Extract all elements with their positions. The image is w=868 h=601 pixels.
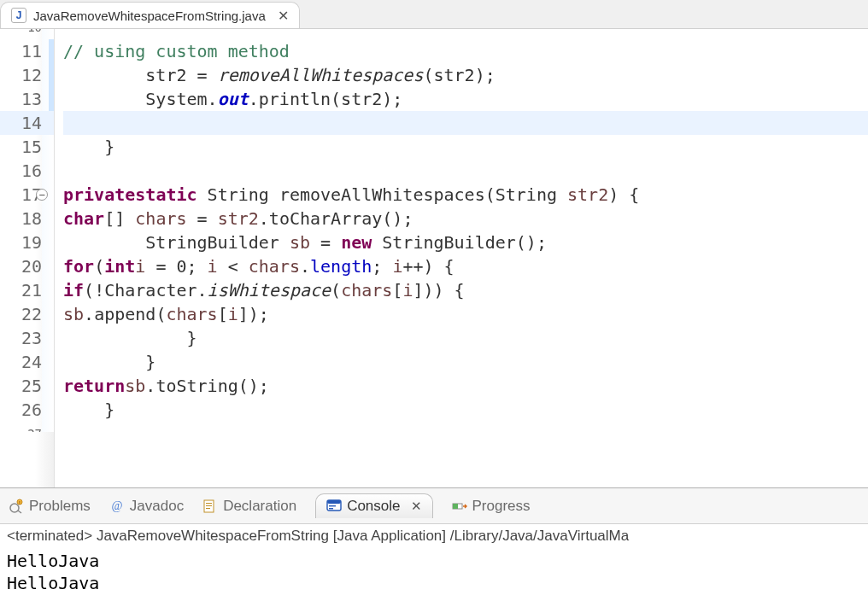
svg-rect-6 bbox=[206, 505, 212, 506]
bottom-panel: ! Problems @ Javadoc Declaration bbox=[0, 487, 868, 601]
close-icon[interactable]: ✕ bbox=[411, 499, 422, 514]
code-line[interactable]: System.out.println(str2); bbox=[63, 87, 868, 111]
code-line[interactable] bbox=[63, 159, 868, 183]
code-line[interactable]: str2 = removeAllWhitespaces(str2); bbox=[63, 63, 868, 87]
code-line[interactable] bbox=[63, 111, 868, 135]
line-gutter: 1011121314151617−18192021222324252627 bbox=[0, 29, 55, 487]
console-icon bbox=[326, 499, 342, 514]
code-line[interactable]: } bbox=[63, 135, 868, 159]
tab-javadoc[interactable]: @ Javadoc bbox=[109, 498, 184, 515]
view-tabbar: ! Problems @ Javadoc Declaration bbox=[0, 488, 868, 524]
fold-toggle-icon[interactable]: − bbox=[36, 189, 48, 201]
tab-progress[interactable]: Progress bbox=[452, 498, 531, 515]
svg-rect-10 bbox=[329, 505, 336, 506]
svg-rect-13 bbox=[453, 504, 458, 509]
line-number: 14 bbox=[0, 111, 54, 135]
line-number: 23 bbox=[0, 326, 54, 350]
code-line[interactable] bbox=[63, 29, 868, 39]
line-number: 11 bbox=[0, 39, 54, 63]
tab-declaration[interactable]: Declaration bbox=[202, 498, 296, 515]
svg-text:@: @ bbox=[111, 499, 122, 512]
close-icon[interactable]: ✕ bbox=[278, 8, 289, 24]
line-number: 21 bbox=[0, 278, 54, 302]
line-number: 16 bbox=[0, 159, 54, 183]
line-number: 10 bbox=[0, 29, 54, 39]
code-line[interactable]: } bbox=[63, 326, 868, 350]
code-line[interactable]: // using custom method bbox=[63, 39, 868, 63]
line-number: 24 bbox=[0, 350, 54, 374]
code-area[interactable]: // using custom method str2 = removeAllW… bbox=[55, 29, 868, 487]
editor-tab[interactable]: J JavaRemoveWhitespaceFromString.java ✕ bbox=[0, 2, 300, 28]
svg-point-0 bbox=[10, 504, 19, 512]
editor-tab-label: JavaRemoveWhitespaceFromString.java bbox=[33, 9, 266, 23]
javadoc-icon: @ bbox=[109, 499, 125, 514]
code-line[interactable]: if(!Character.isWhitespace(chars[i])) { bbox=[63, 278, 868, 302]
line-number: 18 bbox=[0, 207, 54, 230]
tab-label: Problems bbox=[29, 498, 91, 515]
code-line[interactable]: for(int i = 0; i < chars.length; i++) { bbox=[63, 254, 868, 278]
line-number: 13 bbox=[0, 87, 54, 111]
svg-rect-11 bbox=[329, 508, 333, 509]
line-number: 15 bbox=[0, 135, 54, 159]
svg-rect-7 bbox=[206, 508, 210, 509]
console-status: <terminated> JavaRemoveWhitespaceFromStr… bbox=[0, 524, 868, 548]
code-line[interactable] bbox=[63, 422, 868, 432]
code-line[interactable]: private static String removeAllWhitespac… bbox=[63, 183, 868, 207]
line-number: 22 bbox=[0, 302, 54, 326]
progress-icon bbox=[452, 499, 467, 514]
line-number: 17− bbox=[0, 183, 54, 207]
tab-console[interactable]: Console ✕ bbox=[315, 493, 432, 518]
code-line[interactable]: sb.append(chars[i]); bbox=[63, 302, 868, 326]
code-line[interactable]: return sb.toString(); bbox=[63, 374, 868, 398]
tab-label: Progress bbox=[472, 498, 531, 515]
line-number: 25 bbox=[0, 374, 54, 398]
tab-problems[interactable]: ! Problems bbox=[9, 498, 91, 515]
java-file-icon: J bbox=[11, 8, 26, 23]
problems-icon: ! bbox=[9, 499, 24, 514]
tab-label: Javadoc bbox=[130, 498, 184, 515]
console-output[interactable]: HelloJava HelloJava bbox=[0, 548, 868, 601]
declaration-icon bbox=[202, 499, 218, 514]
line-number: 12 bbox=[0, 63, 54, 87]
code-editor[interactable]: 1011121314151617−18192021222324252627 //… bbox=[0, 29, 868, 487]
line-number: 26 bbox=[0, 398, 54, 422]
code-line[interactable]: StringBuilder sb = new StringBuilder(); bbox=[63, 230, 868, 254]
tab-label: Console bbox=[347, 498, 400, 515]
code-line[interactable]: } bbox=[63, 350, 868, 374]
editor-tabbar: J JavaRemoveWhitespaceFromString.java ✕ bbox=[0, 0, 868, 29]
line-number: 20 bbox=[0, 254, 54, 278]
svg-rect-5 bbox=[206, 503, 212, 504]
tab-label: Declaration bbox=[223, 498, 296, 515]
line-number: 27 bbox=[0, 422, 54, 432]
code-line[interactable]: } bbox=[63, 398, 868, 422]
svg-text:!: ! bbox=[19, 499, 20, 505]
svg-rect-9 bbox=[327, 500, 341, 504]
line-number: 19 bbox=[0, 230, 54, 254]
code-line[interactable]: char[] chars = str2.toCharArray(); bbox=[63, 207, 868, 230]
